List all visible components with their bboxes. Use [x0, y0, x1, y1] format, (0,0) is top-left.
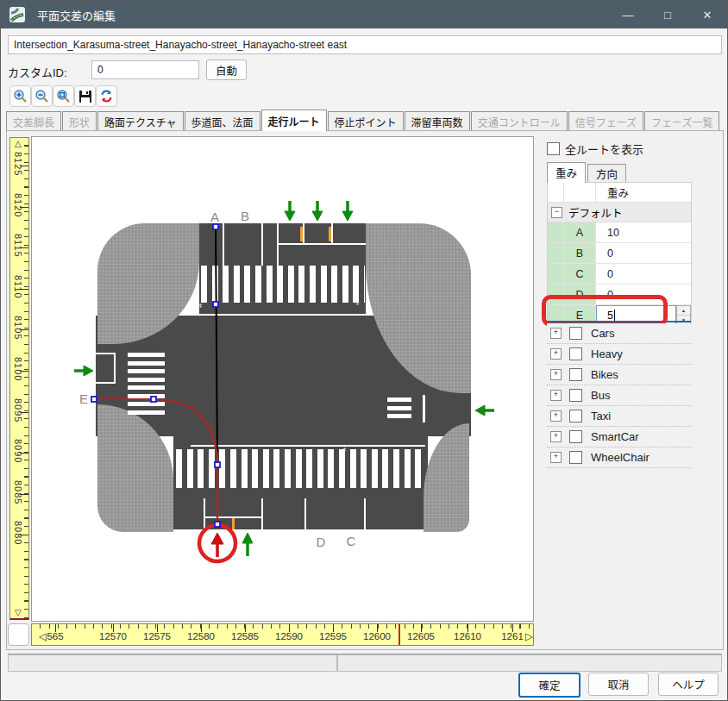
- status-cell-left: [8, 654, 337, 672]
- tab-2[interactable]: 路面テクスチャ: [97, 111, 184, 131]
- app-icon: [9, 7, 25, 22]
- vruler-label: 8085: [13, 480, 23, 504]
- route-line-a[interactable]: [216, 227, 217, 465]
- tab-6[interactable]: 滞留車両数: [405, 111, 470, 131]
- route-label-e: E: [79, 391, 88, 406]
- refresh-icon[interactable]: [96, 85, 117, 107]
- minimize-button[interactable]: —: [608, 1, 648, 28]
- route-label-c: C: [347, 534, 356, 548]
- ruler-corner-box[interactable]: [8, 623, 29, 646]
- panel-tab-0[interactable]: 重み: [547, 162, 586, 183]
- tab-5[interactable]: 停止ポイント: [328, 111, 404, 131]
- route-nodes[interactable]: [91, 224, 220, 527]
- vruler-label: 8115: [13, 234, 23, 258]
- window-title: 平面交差の編集: [37, 7, 116, 23]
- expand-icon[interactable]: +: [550, 348, 562, 360]
- route-label-d: D: [317, 535, 326, 549]
- hruler-label: 12600: [363, 631, 391, 642]
- vehicle-checkbox[interactable]: [569, 389, 582, 402]
- weight-row-value[interactable]: 0: [596, 264, 691, 284]
- route-label-b: B: [241, 209, 249, 223]
- titlebar[interactable]: 平面交差の編集 — □ ✕: [1, 1, 728, 28]
- weight-row-label: C: [564, 264, 596, 284]
- help-button[interactable]: ヘルプ: [658, 673, 719, 696]
- vehicle-row-cars[interactable]: +Cars: [547, 323, 692, 344]
- ruler-left-arrow-icon[interactable]: ◁: [39, 630, 47, 642]
- vehicle-checkbox[interactable]: [569, 347, 582, 360]
- weight-row-value[interactable]: 10: [596, 222, 691, 242]
- ok-button[interactable]: 確定: [518, 673, 581, 698]
- vruler-label: 8095: [13, 398, 23, 422]
- show-all-routes-row[interactable]: 全ルートを表示: [547, 141, 643, 157]
- hruler-label: 1261: [501, 631, 524, 642]
- show-all-routes-checkbox[interactable]: [547, 142, 560, 155]
- vehicle-checkbox[interactable]: [569, 430, 582, 443]
- expand-icon[interactable]: +: [550, 390, 562, 401]
- tab-1: 形状: [62, 111, 97, 131]
- vehicle-row-heavy[interactable]: +Heavy: [547, 344, 692, 365]
- vruler-label: 8100: [13, 357, 23, 381]
- custom-id-field[interactable]: 0: [91, 60, 199, 79]
- save-icon[interactable]: [74, 85, 96, 107]
- weight-row-b[interactable]: B0: [548, 243, 691, 264]
- route-line-e[interactable]: [94, 399, 217, 523]
- vehicle-label: SmartCar: [591, 430, 639, 443]
- hruler-label: 565: [47, 631, 63, 642]
- zoom-out-icon[interactable]: [31, 85, 53, 107]
- weight-row-a[interactable]: A10: [548, 222, 691, 243]
- expand-icon[interactable]: +: [550, 410, 562, 422]
- weight-row-value[interactable]: 0: [596, 243, 691, 263]
- status-bar: [8, 654, 722, 670]
- horizontal-ruler[interactable]: ◁ ▷ 565125701257512580125851259012595126…: [31, 623, 534, 646]
- expand-icon[interactable]: +: [550, 431, 562, 442]
- zoom-fit-icon[interactable]: [53, 85, 74, 107]
- spinner-up-icon[interactable]: ▲: [677, 306, 690, 316]
- custom-id-label: カスタムID:: [8, 64, 67, 80]
- tab-4[interactable]: 走行ルート: [261, 110, 327, 131]
- hruler-label: 12595: [319, 631, 347, 642]
- weight-row-c[interactable]: C0: [548, 264, 691, 285]
- ruler-right-arrow-icon[interactable]: ▷: [525, 630, 533, 642]
- tab-3[interactable]: 歩道面、法面: [185, 111, 260, 131]
- ruler-position-marker: [399, 624, 400, 645]
- cancel-button[interactable]: 取消: [588, 673, 649, 696]
- vehicle-checkbox[interactable]: [569, 410, 582, 422]
- vehicle-checkbox[interactable]: [569, 451, 582, 464]
- ruler-down-arrow-icon[interactable]: ▽: [15, 608, 22, 617]
- vehicle-row-bus[interactable]: +Bus: [547, 385, 692, 406]
- vruler-label: 8090: [13, 439, 23, 463]
- vehicle-row-bikes[interactable]: +Bikes: [547, 365, 692, 385]
- vehicle-row-wheelchair[interactable]: +WheelChair: [547, 448, 692, 468]
- close-button[interactable]: ✕: [687, 1, 727, 28]
- show-all-routes-label: 全ルートを表示: [565, 141, 643, 157]
- vruler-label: 8080: [13, 521, 23, 545]
- auto-button[interactable]: 自動: [206, 59, 247, 80]
- edit-intersection-dialog: 平面交差の編集 — □ ✕ Intersection_Karasuma-stre…: [0, 0, 728, 701]
- intersection-name-field[interactable]: Intersection_Karasuma-street_Hanayacho-s…: [8, 35, 722, 54]
- panel-tab-bar: 重み方向: [547, 163, 628, 183]
- weights-group-label: デフォルト: [568, 204, 623, 221]
- vehicle-checkbox[interactable]: [569, 368, 582, 381]
- vehicle-label: Bikes: [591, 368, 618, 381]
- panel-tab-1[interactable]: 方向: [587, 164, 626, 183]
- hruler-label: 12610: [454, 631, 481, 642]
- expand-icon[interactable]: +: [550, 369, 562, 380]
- hruler-label: 12570: [99, 631, 127, 642]
- ruler-up-arrow-icon[interactable]: △: [15, 139, 22, 148]
- expand-icon[interactable]: +: [550, 452, 562, 463]
- weight-row-label: A: [564, 222, 596, 242]
- vehicle-row-taxi[interactable]: +Taxi: [547, 406, 692, 427]
- maximize-button[interactable]: □: [648, 1, 687, 28]
- vruler-ticks: [24, 138, 28, 618]
- intersection-map[interactable]: ǂ ǂ ǂ ǂ: [31, 137, 534, 622]
- vertical-ruler[interactable]: △ ▽ 812581208115811081058100809580908085…: [9, 137, 29, 620]
- flow-arrows-north: [285, 201, 353, 221]
- hruler-label: 12605: [407, 631, 435, 642]
- routes-overlay: A B C D E: [31, 137, 534, 622]
- vehicle-row-smartcar[interactable]: +SmartCar: [547, 427, 692, 448]
- collapse-icon[interactable]: −: [551, 207, 562, 218]
- vehicle-checkbox[interactable]: [569, 327, 582, 340]
- weights-group-row[interactable]: − デフォルト: [548, 203, 691, 222]
- expand-icon[interactable]: +: [550, 328, 562, 339]
- zoom-in-icon[interactable]: [9, 85, 31, 107]
